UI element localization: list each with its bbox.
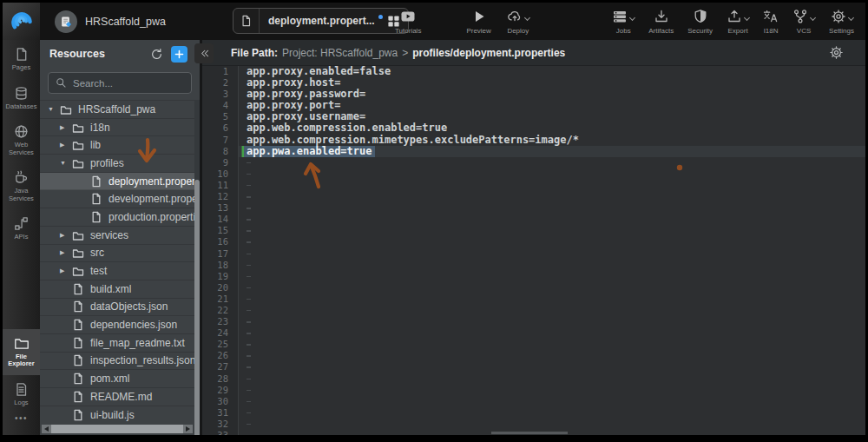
i18n-button[interactable]: I18N	[756, 8, 786, 35]
project-switcher[interactable]: HRScaffold_pwa	[55, 3, 166, 40]
security-button[interactable]: Security	[681, 8, 720, 35]
preview-button[interactable]: Preview	[459, 8, 497, 35]
tree-item[interactable]: test	[40, 262, 194, 280]
code-line[interactable]: 30	[202, 396, 865, 407]
sidebar-item-apis[interactable]: APIs	[3, 209, 40, 248]
jobs-button[interactable]: Jobs	[605, 8, 641, 35]
sidebar-item-pages[interactable]: Pages	[3, 40, 40, 79]
editor-settings-button[interactable]	[829, 45, 844, 60]
tree-item[interactable]: services	[40, 227, 194, 245]
code-line[interactable]: 13	[202, 202, 865, 214]
code-line[interactable]: 31	[202, 407, 865, 419]
artifacts-button[interactable]: Artifacts	[641, 8, 681, 35]
tree-item[interactable]: i18n	[40, 119, 194, 137]
scroll-right-arrow-icon[interactable]	[186, 426, 190, 432]
code-line[interactable]: 23	[202, 316, 865, 327]
tree-vertical-scrollbar[interactable]	[194, 100, 200, 423]
code-line[interactable]: 26	[202, 350, 865, 361]
scrollbar-thumb[interactable]	[51, 425, 183, 433]
tree-item[interactable]: production.properties	[40, 208, 194, 227]
sidebar-item-databases[interactable]: Databases	[3, 79, 40, 118]
code-line[interactable]: 6 app.web.compression.enabled=true	[202, 122, 865, 134]
tutorials-button[interactable]: Tutorials	[388, 8, 428, 35]
tree-item[interactable]: file_map_readme.txt	[40, 334, 194, 353]
tree-item[interactable]: HRScaffold_pwa	[40, 101, 194, 119]
code-line[interactable]: 11	[202, 180, 865, 191]
line-number: 23	[202, 316, 239, 327]
tree-item[interactable]: README.md	[40, 388, 194, 406]
code-line[interactable]: 7 app.web.compression.mimetypes.excludeP…	[202, 135, 865, 146]
file-tab-deployment-properties[interactable]: deployment.propert...	[233, 8, 409, 34]
export-button[interactable]: Export	[720, 8, 756, 35]
code-line[interactable]: 21	[202, 294, 865, 305]
tree-item[interactable]: inspection_results.json	[40, 353, 194, 371]
database-icon	[14, 86, 29, 101]
code-line[interactable]: 15	[202, 225, 865, 236]
code-line[interactable]: 17	[202, 248, 865, 260]
expand-arrow-icon[interactable]	[60, 160, 72, 166]
sidebar-item-file-explorer[interactable]: File Explorer	[3, 329, 40, 375]
expand-arrow-icon[interactable]	[60, 232, 72, 239]
expand-arrow-icon[interactable]	[60, 267, 72, 274]
expand-arrow-icon[interactable]	[60, 142, 72, 148]
tree-item[interactable]: ui-build.js	[40, 406, 194, 423]
code-text	[244, 191, 249, 202]
plus-icon	[174, 49, 185, 60]
sidebar-item-java-services[interactable]: Java Services	[3, 163, 40, 209]
code-line[interactable]: 18	[202, 260, 865, 271]
code-line[interactable]: 22	[202, 305, 865, 316]
code-line[interactable]: 10	[202, 168, 865, 180]
code-area[interactable]: 1 app.proxy.enabled=false 2 app.proxy.ho…	[202, 66, 865, 435]
cloud-upload-icon	[507, 9, 523, 24]
vcs-button[interactable]: VCS	[786, 8, 822, 35]
search-box[interactable]	[48, 72, 192, 94]
scroll-left-arrow-icon[interactable]	[44, 426, 49, 432]
code-line[interactable]: 32	[202, 419, 865, 430]
search-input[interactable]	[73, 78, 184, 89]
code-text: app.web.compression.enabled=true	[244, 122, 450, 134]
add-resource-button[interactable]	[171, 46, 187, 63]
code-line[interactable]: 14	[202, 214, 865, 225]
code-line[interactable]: 8 app.pwa.enabled=true	[202, 146, 865, 157]
left-navigation-rail: Pages Databases Web Services Java Servic…	[3, 40, 40, 435]
code-line[interactable]: 28	[202, 373, 865, 385]
wavemaker-logo-icon[interactable]	[3, 3, 40, 40]
tree-item[interactable]: src	[40, 245, 194, 263]
unsaved-indicator-dot	[378, 15, 383, 19]
sidebar-item-web-services[interactable]: Web Services	[3, 117, 40, 163]
deploy-button[interactable]: Deploy	[500, 8, 536, 35]
tree-horizontal-scrollbar[interactable]	[42, 425, 193, 433]
expand-arrow-icon[interactable]	[48, 106, 60, 112]
code-line[interactable]: 19	[202, 271, 865, 282]
code-line[interactable]: 27	[202, 361, 865, 373]
collapse-panel-button[interactable]	[194, 43, 214, 63]
tree-item[interactable]: lib	[40, 136, 194, 155]
tree-item[interactable]: dataObjects.json	[40, 299, 194, 317]
code-line[interactable]: 16	[202, 236, 865, 247]
code-line[interactable]: 20	[202, 282, 865, 294]
settings-button[interactable]: Settings	[822, 8, 861, 35]
tree-item[interactable]: profiles	[40, 155, 194, 173]
code-line[interactable]: 24	[202, 327, 865, 339]
tree-item[interactable]: deployment.properties	[40, 173, 194, 191]
code-text	[244, 248, 249, 260]
tree-item-label: README.md	[90, 391, 152, 403]
refresh-icon[interactable]	[150, 48, 163, 61]
code-line[interactable]: 9	[202, 157, 865, 168]
tree-item[interactable]: development.properties	[40, 190, 194, 208]
tree-item[interactable]: pom.xml	[40, 370, 194, 388]
code-text	[244, 202, 249, 214]
tree-item[interactable]: dependencies.json	[40, 316, 194, 334]
code-line[interactable]: 25	[202, 339, 865, 350]
code-line[interactable]: 29	[202, 385, 865, 396]
expand-arrow-icon[interactable]	[60, 124, 72, 131]
folder-icon	[72, 157, 84, 169]
sidebar-more-menu[interactable]: •••	[3, 413, 40, 435]
code-line[interactable]: 12	[202, 191, 865, 202]
scrollbar-thumb[interactable]	[194, 180, 200, 435]
code-text	[244, 260, 249, 271]
expand-arrow-icon[interactable]	[60, 249, 72, 256]
sidebar-item-logs[interactable]: Logs	[3, 375, 40, 414]
tree-item[interactable]: build.xml	[40, 280, 194, 299]
editor-horizontal-scrollbar[interactable]	[491, 432, 568, 434]
